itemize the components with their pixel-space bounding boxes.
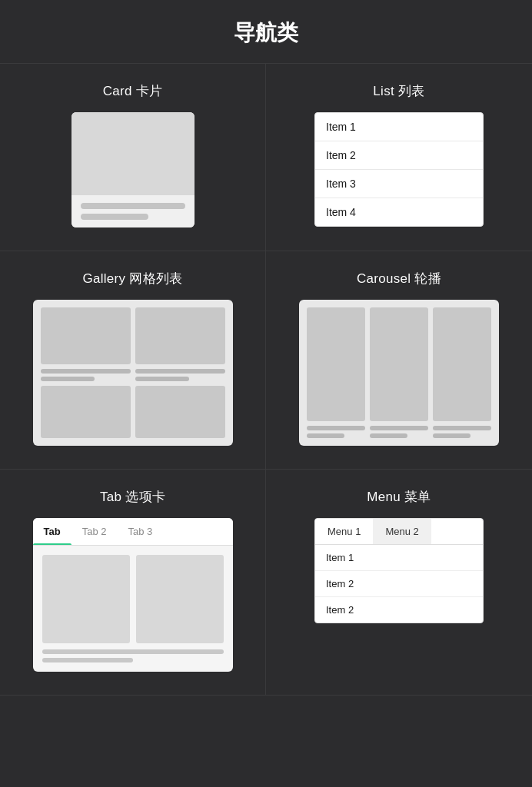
menu-tab-2[interactable]: Menu 2 [373,519,431,544]
tab-label: Tab 选项卡 [100,488,165,506]
tab-content [33,546,233,672]
tab-content-img-1 [42,555,130,643]
card-image [71,112,195,195]
page-title: 导航类 [0,0,532,63]
menu-list-item-2[interactable]: Item 2 [315,571,483,597]
gallery-text-1 [41,369,131,381]
carousel-img-2 [370,307,428,421]
tab-item-1[interactable]: Tab [33,518,71,545]
gallery-cell: Gallery 网格列表 [0,251,266,470]
component-grid: Card 卡片 List 列表 Item 1 Item 2 Item 3 Ite… [0,63,532,696]
tab-content-lines [42,649,224,662]
gallery-img-2 [135,307,225,364]
gallery-text-2 [135,369,225,381]
card-line-1 [81,203,185,209]
list-cell: List 列表 Item 1 Item 2 Item 3 Item 4 [266,64,532,251]
tab-preview: Tab Tab 2 Tab 3 [33,518,233,672]
carousel-cell: Carousel 轮播 [266,251,532,470]
card-cell: Card 卡片 [0,64,266,251]
carousel-label: Carousel 轮播 [357,270,441,287]
gallery-label: Gallery 网格列表 [82,270,182,287]
gallery-img-4 [135,386,225,438]
card-line-2 [81,214,148,220]
list-item[interactable]: Item 3 [315,170,483,198]
carousel-img-1 [307,307,365,421]
carousel-line [433,433,470,438]
card-text-area [71,195,195,227]
gallery-line [41,369,131,374]
tab-item-2[interactable]: Tab 2 [71,518,118,545]
gallery-line [135,369,225,374]
carousel-text-3 [433,426,491,438]
menu-tabs: Menu 1 Menu 2 [315,519,483,545]
carousel-line [370,433,407,438]
menu-list-item-3[interactable]: Item 2 [315,597,483,623]
gallery-preview [33,300,233,446]
gallery-line [135,377,189,381]
menu-list-item-1[interactable]: Item 1 [315,545,483,571]
list-item[interactable]: Item 4 [315,198,483,226]
menu-preview: Menu 1 Menu 2 Item 1 Item 2 Item 2 [314,518,484,623]
list-item[interactable]: Item 2 [315,141,483,170]
card-label: Card 卡片 [103,82,163,100]
menu-cell: Menu 菜单 Menu 1 Menu 2 Item 1 Item 2 Item… [266,470,532,696]
carousel-line [307,426,365,430]
menu-tab-1[interactable]: Menu 1 [315,519,373,544]
carousel-text-2 [370,426,428,438]
carousel-img-3 [433,307,491,421]
carousel-line [307,433,344,438]
tab-item-3[interactable]: Tab 3 [117,518,163,545]
list-label: List 列表 [373,82,424,100]
menu-label: Menu 菜单 [367,488,431,506]
card-preview [71,112,195,227]
carousel-line [433,426,491,430]
carousel-preview [299,300,499,446]
gallery-line [41,377,95,381]
gallery-img-3 [41,386,131,438]
carousel-line [370,426,428,430]
tab-content-line [42,658,133,662]
tab-bar: Tab Tab 2 Tab 3 [33,518,233,546]
gallery-img-1 [41,307,131,364]
tab-cell: Tab 选项卡 Tab Tab 2 Tab 3 [0,470,266,696]
tab-content-img-2 [136,555,224,643]
carousel-text-1 [307,426,365,438]
list-preview: Item 1 Item 2 Item 3 Item 4 [314,112,484,227]
tab-content-line [42,649,224,654]
list-item[interactable]: Item 1 [315,113,483,141]
